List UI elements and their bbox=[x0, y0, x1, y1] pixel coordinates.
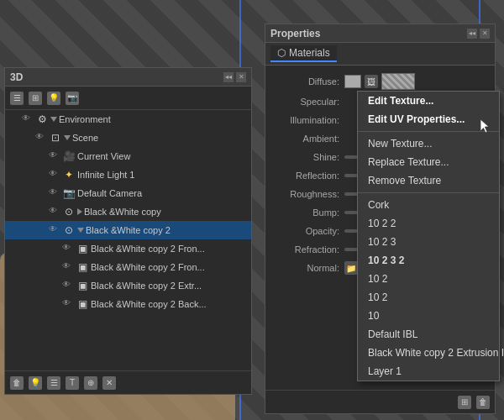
view-icon: 🎥 bbox=[62, 150, 76, 163]
context-menu-new-texture[interactable]: New Texture... bbox=[358, 134, 499, 153]
panel-tabs: ⬡ Materials bbox=[265, 43, 495, 66]
context-menu-sep2 bbox=[358, 192, 499, 193]
context-menu-10[interactable]: 10 bbox=[358, 307, 499, 325]
bw-copy2-extr-label: Black &White copy 2 Extr... bbox=[91, 281, 248, 291]
specular-label: Specular: bbox=[272, 97, 339, 107]
list-item-bw-copy2-back[interactable]: 👁 ▣ Black &White copy 2 Back... bbox=[5, 295, 251, 313]
shine-label: Shine: bbox=[272, 152, 339, 162]
camera2-icon: 📷 bbox=[62, 186, 76, 200]
props-footer-grid-icon[interactable]: ⊞ bbox=[458, 396, 471, 409]
context-menu-cork[interactable]: Cork bbox=[358, 196, 499, 214]
footer-merge-icon[interactable]: ⊕ bbox=[84, 376, 97, 390]
expand-environment[interactable] bbox=[50, 117, 57, 122]
eye-icon-front1[interactable]: 👁 bbox=[62, 243, 74, 255]
sublayer4-icon: ▣ bbox=[76, 297, 89, 311]
context-menu-10-2a[interactable]: 10 2 bbox=[358, 270, 499, 288]
eye-icon-environment[interactable]: 👁 bbox=[22, 113, 34, 125]
current-view-label: Current View bbox=[77, 151, 248, 161]
panel-props-resize-btn[interactable]: ◂◂ bbox=[467, 29, 477, 39]
list-item-bw-copy2-front1[interactable]: 👁 ▣ Black &White copy 2 Fron... bbox=[5, 239, 251, 258]
list-item-infinite-light[interactable]: 👁 ✦ Infinite Light 1 bbox=[5, 165, 251, 184]
eye-icon-back[interactable]: 👁 bbox=[62, 298, 74, 310]
props-footer-trash-icon[interactable]: 🗑 bbox=[476, 396, 490, 409]
eye-icon-default-camera[interactable]: 👁 bbox=[49, 187, 60, 199]
expand-scene[interactable] bbox=[64, 135, 71, 140]
context-menu-default-ibl[interactable]: Default IBL bbox=[358, 325, 499, 344]
scene-icon: ⊡ bbox=[49, 131, 62, 144]
list-item-current-view[interactable]: 👁 🎥 Current View bbox=[5, 147, 251, 165]
camera-icon[interactable]: 📷 bbox=[66, 92, 79, 105]
context-menu-10-2b[interactable]: 10 2 bbox=[358, 288, 499, 307]
context-menu-edit-uv[interactable]: Edit UV Properties... bbox=[358, 110, 499, 129]
panel-3d: 3D ◂◂ ✕ ☰ ⊞ 💡 📷 👁 ⚙ Environment 👁 ⊡ Scen… bbox=[4, 67, 252, 395]
bw-copy2-front2-label: Black &White copy 2 Fron... bbox=[91, 262, 248, 272]
list-item-scene[interactable]: 👁 ⊡ Scene bbox=[5, 129, 251, 147]
panel-3d-title: 3D bbox=[10, 71, 23, 83]
context-menu-remove-texture[interactable]: Remove Texture bbox=[358, 171, 499, 190]
light-icon[interactable]: 💡 bbox=[47, 92, 60, 105]
context-menu-10-2-3[interactable]: 10 2 3 bbox=[358, 233, 499, 251]
normal-label: Normal: bbox=[272, 263, 339, 273]
panel-3d-close-btn[interactable]: ✕ bbox=[236, 72, 246, 82]
list-item-bw-copy[interactable]: 👁 ⊙ Black &White copy bbox=[5, 202, 251, 221]
illumination-label: Illumination: bbox=[272, 115, 339, 125]
tab-materials[interactable]: ⬡ Materials bbox=[270, 45, 337, 62]
context-menu-sep1 bbox=[358, 131, 499, 132]
context-menu-replace-texture[interactable]: Replace Texture... bbox=[358, 153, 499, 171]
environment-label: Environment bbox=[59, 114, 248, 124]
panel-3d-window-controls: ◂◂ ✕ bbox=[223, 72, 246, 82]
list-item-bw-copy2[interactable]: 👁 ⊙ Black &White copy 2 bbox=[5, 221, 251, 239]
diffuse-color-swatch[interactable] bbox=[344, 75, 361, 88]
expand-bw-copy2[interactable] bbox=[77, 228, 84, 233]
list-item-bw-copy2-extr[interactable]: 👁 ▣ Black &White copy 2 Extr... bbox=[5, 276, 251, 295]
sublayer2-icon: ▣ bbox=[76, 260, 89, 274]
panel-3d-header: 3D ◂◂ ✕ bbox=[5, 68, 251, 87]
layer2-icon: ⊙ bbox=[62, 223, 76, 237]
mouse-cursor bbox=[480, 119, 491, 134]
footer-delete-icon[interactable]: ✕ bbox=[102, 376, 116, 390]
prop-row-diffuse: Diffuse: 🖼 bbox=[265, 71, 495, 92]
eye-icon-scene[interactable]: 👁 bbox=[35, 132, 47, 144]
diffuse-label: Diffuse: bbox=[272, 76, 339, 87]
footer-trash-icon[interactable]: 🗑 bbox=[10, 376, 24, 390]
context-menu-edit-texture[interactable]: Edit Texture... bbox=[358, 92, 499, 110]
layers-icon[interactable]: ☰ bbox=[10, 92, 24, 105]
eye-icon-infinite-light[interactable]: 👁 bbox=[49, 169, 60, 181]
bump-label: Bump: bbox=[272, 207, 339, 218]
default-camera-label: Default Camera bbox=[77, 188, 248, 198]
normal-folder-icon[interactable]: 📁 bbox=[344, 261, 358, 275]
roughness-label: Roughness: bbox=[272, 189, 339, 199]
footer-text-icon[interactable]: T bbox=[66, 376, 79, 390]
env-icon: ⚙ bbox=[35, 113, 49, 126]
layer-icon: ⊙ bbox=[62, 205, 76, 218]
eye-icon-bw-copy[interactable]: 👁 bbox=[49, 206, 60, 218]
diffuse-texture-btn[interactable]: 🖼 bbox=[365, 75, 378, 88]
list-item-default-camera[interactable]: 👁 📷 Default Camera bbox=[5, 184, 251, 202]
ambient-label: Ambient: bbox=[272, 134, 339, 144]
context-menu-10-2-3-2[interactable]: 10 2 3 2 bbox=[358, 251, 499, 270]
light-bulb-icon: ✦ bbox=[62, 168, 76, 181]
eye-icon-bw-copy2[interactable]: 👁 bbox=[49, 224, 60, 236]
expand-bw-copy[interactable] bbox=[77, 208, 82, 215]
eye-icon-front2[interactable]: 👁 bbox=[62, 261, 74, 273]
infinite-light-label: Infinite Light 1 bbox=[77, 170, 248, 180]
bw-copy2-label: Black &White copy 2 bbox=[86, 225, 248, 235]
list-item-bw-copy2-front2[interactable]: 👁 ▣ Black &White copy 2 Fron... bbox=[5, 258, 251, 276]
context-menu-10-2-2[interactable]: 10 2 2 bbox=[358, 214, 499, 233]
panel-3d-resize-btn[interactable]: ◂◂ bbox=[223, 72, 234, 82]
materials-tab-icon: ⬡ bbox=[277, 47, 286, 59]
panel-3d-toolbar: ☰ ⊞ 💡 📷 bbox=[5, 87, 251, 110]
context-menu-layer1[interactable]: Layer 1 bbox=[358, 362, 499, 381]
refraction-label: Refraction: bbox=[272, 244, 339, 255]
context-menu-bw-extrusion[interactable]: Black White copy 2 Extrusion I bbox=[358, 344, 499, 362]
footer-layers-icon[interactable]: ☰ bbox=[47, 376, 60, 390]
diffuse-texture-thumb[interactable] bbox=[381, 73, 415, 90]
context-menu: Edit Texture... Edit UV Properties... Ne… bbox=[357, 91, 500, 381]
footer-light-icon[interactable]: 💡 bbox=[29, 376, 42, 390]
eye-icon-extr[interactable]: 👁 bbox=[62, 280, 74, 291]
panel-props-close-btn[interactable]: ✕ bbox=[480, 29, 490, 39]
eye-icon-current-view[interactable]: 👁 bbox=[49, 150, 60, 162]
list-item-environment[interactable]: 👁 ⚙ Environment bbox=[5, 110, 251, 129]
panel-props-header: Properties ◂◂ ✕ bbox=[265, 24, 495, 43]
grid-icon[interactable]: ⊞ bbox=[29, 92, 42, 105]
